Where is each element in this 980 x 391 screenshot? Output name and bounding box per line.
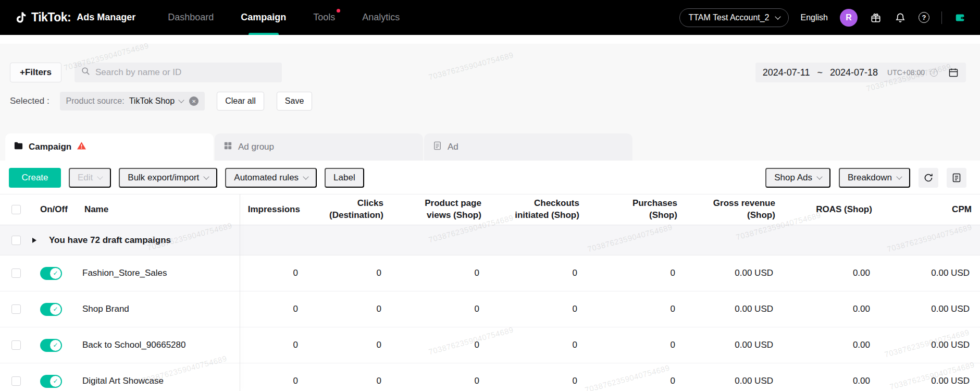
warning-icon: [77, 141, 86, 153]
column-header-checkouts[interactable]: Checkoutsinitiated (Shop): [481, 198, 579, 222]
shop-ads-dropdown[interactable]: Shop Ads: [765, 168, 830, 188]
account-name: TTAM Test Account_2: [688, 13, 769, 22]
nav-item-dashboard[interactable]: Dashboard: [168, 0, 214, 35]
folder-icon: [14, 141, 23, 153]
row-checkbox[interactable]: [11, 376, 21, 386]
nav-item-campaign[interactable]: Campaign: [241, 0, 286, 35]
column-header-onoff: On/Off: [40, 204, 68, 215]
product-name: Ads Manager: [77, 12, 135, 23]
table-header-row: On/Off Name Impressions Clicks(Destinati…: [0, 194, 980, 225]
tiktok-logo[interactable]: TikTok: Ads Manager: [14, 10, 135, 25]
metric-value: 0.00 USD: [675, 339, 773, 351]
metric-value: 0.00: [773, 303, 870, 315]
date-range-picker[interactable]: 2024-07-11 ~ 2024-07-18 UTC+08:00: [755, 63, 966, 82]
create-button[interactable]: Create: [9, 168, 61, 188]
toggle-check-icon: [50, 376, 61, 387]
campaign-name[interactable]: Back to School_90665280: [82, 340, 186, 350]
tools-notification-dot: [337, 9, 340, 13]
main-nav: Dashboard Campaign Tools Analytics: [168, 0, 400, 35]
label-button[interactable]: Label: [325, 168, 364, 188]
search-input[interactable]: [95, 67, 276, 78]
tiktok-note-icon: [14, 10, 28, 25]
logo-wordmark: TikTok:: [31, 10, 71, 25]
account-selector[interactable]: TTAM Test Account_2: [679, 8, 788, 27]
toolbar: Create Edit Bulk export/import Automated…: [0, 161, 980, 188]
column-header-cpm[interactable]: CPM: [872, 204, 972, 216]
timezone-label: UTC+08:00: [887, 68, 925, 77]
language-selector[interactable]: English: [801, 13, 828, 22]
chevron-down-icon[interactable]: [178, 97, 184, 103]
onoff-toggle[interactable]: [40, 267, 62, 280]
avatar[interactable]: R: [840, 9, 858, 27]
table-row: Shop Brand 0 0 0 0 0 0.00 USD 0.00 0.00 …: [0, 291, 980, 327]
filters-button[interactable]: +Filters: [10, 63, 61, 82]
metric-value: 0: [577, 303, 675, 315]
metric-value: 0: [298, 339, 381, 351]
promotions-icon[interactable]: [870, 11, 882, 24]
edit-button[interactable]: Edit: [69, 168, 111, 188]
metric-value: 0: [240, 267, 298, 279]
expand-caret-icon[interactable]: [32, 238, 36, 243]
onoff-toggle[interactable]: [40, 339, 62, 352]
refresh-icon[interactable]: [919, 168, 938, 188]
billing-wallet-icon[interactable]: [954, 11, 966, 24]
row-checkbox[interactable]: [11, 304, 21, 314]
tab-campaign[interactable]: Campaign: [5, 133, 214, 161]
tab-ad-group[interactable]: Ad group: [215, 133, 423, 161]
metric-value: 0: [298, 303, 381, 315]
select-all-checkbox[interactable]: [11, 205, 21, 214]
automated-rules-button[interactable]: Automated rules: [225, 168, 317, 188]
draft-campaigns-row[interactable]: You have 72 draft campaigns: [0, 225, 980, 255]
metric-value: 0.00 USD: [870, 375, 970, 387]
toggle-check-icon: [50, 340, 61, 351]
metric-value: 0.00 USD: [675, 375, 773, 387]
metric-value: 0: [381, 267, 479, 279]
topbar: TikTok: Ads Manager Dashboard Campaign T…: [0, 0, 980, 35]
breakdown-dropdown[interactable]: Breakdown: [839, 168, 910, 188]
onoff-toggle[interactable]: [40, 303, 62, 316]
metric-value: 0.00 USD: [870, 339, 970, 351]
column-header-product-page-views[interactable]: Product pageviews (Shop): [383, 198, 481, 222]
toggle-check-icon: [50, 268, 61, 279]
metric-value: 0: [577, 339, 675, 351]
row-checkbox[interactable]: [11, 236, 21, 245]
column-header-impressions[interactable]: Impressions: [242, 204, 300, 216]
onoff-toggle[interactable]: [40, 375, 62, 388]
campaign-name[interactable]: Fashion_Store_Sales: [82, 268, 167, 278]
notifications-icon[interactable]: [894, 11, 907, 24]
chevron-down-icon: [775, 14, 780, 19]
metric-value: 0: [479, 303, 577, 315]
row-checkbox[interactable]: [11, 268, 21, 278]
metric-value: 0: [381, 339, 479, 351]
column-header-roas[interactable]: ROAS (Shop): [775, 204, 872, 216]
search-box: [75, 63, 282, 82]
date-start: 2024-07-11: [763, 67, 810, 78]
remove-filter-icon[interactable]: [189, 96, 199, 106]
help-icon[interactable]: [919, 12, 929, 23]
report-export-icon[interactable]: [947, 168, 966, 188]
clear-all-button[interactable]: Clear all: [217, 92, 264, 111]
column-header-name: Name: [84, 204, 108, 215]
nav-item-tools[interactable]: Tools: [313, 0, 335, 35]
column-header-purchases[interactable]: Purchases(Shop): [579, 198, 677, 222]
save-filter-button[interactable]: Save: [277, 92, 312, 111]
tag-value: TikTok Shop: [129, 96, 175, 106]
row-checkbox[interactable]: [11, 340, 21, 350]
metric-value: 0.00 USD: [675, 267, 773, 279]
table-row: Back to School_90665280 0 0 0 0 0 0.00 U…: [0, 327, 980, 363]
chevron-down-icon: [816, 174, 822, 179]
toggle-check-icon: [50, 304, 61, 315]
column-header-clicks[interactable]: Clicks(Destination): [300, 198, 383, 222]
nav-item-analytics[interactable]: Analytics: [362, 0, 400, 35]
topbar-right: TTAM Test Account_2 English R: [679, 8, 966, 27]
column-header-gross-revenue[interactable]: Gross revenue(Shop): [677, 198, 775, 222]
campaign-name[interactable]: Digital Art Showcase: [82, 376, 164, 386]
tab-ad[interactable]: Ad: [424, 133, 632, 161]
metric-value: 0: [240, 339, 298, 351]
filters-row: +Filters 2024-07-11 ~ 2024-07-18 UTC+08:…: [10, 63, 966, 82]
selected-filter-tag[interactable]: Product source: TikTok Shop: [60, 92, 205, 111]
campaign-name[interactable]: Shop Brand: [82, 304, 129, 314]
bulk-export-import-button[interactable]: Bulk export/import: [119, 168, 217, 188]
content: +Filters 2024-07-11 ~ 2024-07-18 UTC+08:…: [0, 63, 980, 391]
date-separator: ~: [817, 67, 823, 78]
